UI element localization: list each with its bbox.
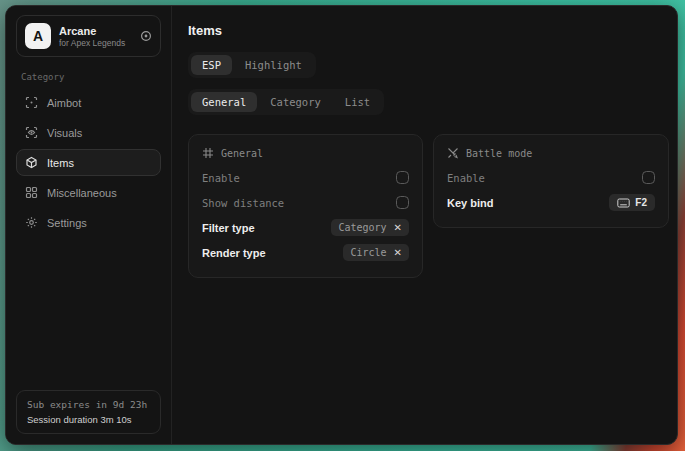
battle-enable-checkbox[interactable] (642, 171, 655, 184)
enable-label: Enable (202, 172, 240, 184)
general-panel-title: General (221, 148, 263, 159)
app-logo: A (25, 23, 51, 49)
panels-row: General Enable Show distance Filter type… (188, 134, 669, 278)
session-duration-text: Session duration 3m 10s (27, 414, 150, 425)
grid-icon (25, 186, 38, 199)
view-tab-group: General Category List (188, 89, 384, 115)
battle-enable-label: Enable (447, 172, 485, 184)
battle-enable-row: Enable (447, 165, 655, 190)
category-section-label: Category (21, 72, 156, 82)
show-distance-row: Show distance (202, 190, 409, 215)
app-name: Arcane (59, 25, 125, 37)
show-distance-label: Show distance (202, 197, 284, 209)
battle-mode-panel-header: Battle mode (447, 147, 655, 159)
sidebar-item-label: Items (47, 157, 74, 169)
keyboard-icon (617, 198, 630, 208)
brand-text: Arcane for Apex Legends (59, 25, 125, 48)
scan-grid-icon (202, 147, 214, 159)
sidebar-item-label: Visuals (47, 127, 82, 139)
render-type-label: Render type (202, 247, 266, 259)
enable-row: Enable (202, 165, 409, 190)
filter-type-row: Filter type Category ✕ (202, 215, 409, 240)
show-distance-checkbox[interactable] (396, 196, 409, 209)
filter-type-value: Category (338, 222, 386, 233)
subscription-info-card: Sub expires in 9d 23h Session duration 3… (16, 390, 161, 434)
clear-icon[interactable]: ✕ (394, 223, 402, 233)
sidebar-item-visuals[interactable]: Visuals (16, 119, 161, 146)
battle-mode-panel-title: Battle mode (466, 148, 532, 159)
crosshair-circle-icon[interactable] (140, 30, 152, 42)
sidebar-item-items[interactable]: Items (16, 149, 161, 176)
keybind-value: F2 (635, 197, 647, 208)
tab-category[interactable]: Category (259, 92, 332, 112)
filter-type-select[interactable]: Category ✕ (331, 219, 409, 236)
clear-icon[interactable]: ✕ (394, 248, 402, 258)
sidebar-item-aimbot[interactable]: Aimbot (16, 89, 161, 116)
tab-list[interactable]: List (334, 92, 381, 112)
keybind-row: Key bind F2 (447, 190, 655, 215)
tab-general[interactable]: General (191, 92, 257, 112)
app-window: A Arcane for Apex Legends Category Aimbo… (5, 5, 678, 445)
filter-type-label: Filter type (202, 222, 255, 234)
mode-tab-group: ESP Highlight (188, 52, 316, 78)
enable-checkbox[interactable] (396, 171, 409, 184)
crosshair-icon (25, 96, 38, 109)
brand-card: A Arcane for Apex Legends (16, 15, 161, 57)
sidebar-item-settings[interactable]: Settings (16, 209, 161, 236)
render-type-row: Render type Circle ✕ (202, 240, 409, 265)
eye-icon (25, 126, 38, 139)
sidebar-item-label: Settings (47, 217, 87, 229)
tab-highlight[interactable]: Highlight (234, 55, 313, 75)
sidebar-item-miscellaneous[interactable]: Miscellaneous (16, 179, 161, 206)
main-content: Items ESP Highlight General Category Lis… (172, 6, 678, 444)
render-type-value: Circle (350, 247, 386, 258)
battle-mode-panel: Battle mode Enable Key bind (433, 134, 669, 228)
swords-icon (447, 147, 459, 159)
keybind-button[interactable]: F2 (609, 194, 655, 211)
app-subtitle: for Apex Legends (59, 38, 125, 48)
general-panel-header: General (202, 147, 409, 159)
keybind-label: Key bind (447, 197, 493, 209)
box-icon (25, 156, 38, 169)
sidebar: A Arcane for Apex Legends Category Aimbo… (6, 6, 172, 444)
page-title: Items (188, 23, 669, 38)
sidebar-item-label: Miscellaneous (47, 187, 117, 199)
render-type-select[interactable]: Circle ✕ (343, 244, 409, 261)
general-panel: General Enable Show distance Filter type… (188, 134, 423, 278)
sub-expires-text: Sub expires in 9d 23h (27, 399, 150, 410)
gear-icon (25, 216, 38, 229)
tab-esp[interactable]: ESP (191, 55, 232, 75)
sidebar-item-label: Aimbot (47, 97, 81, 109)
